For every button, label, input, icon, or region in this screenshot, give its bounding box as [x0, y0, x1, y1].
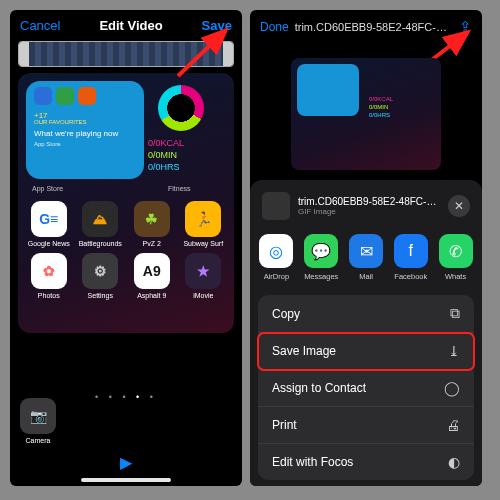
share-label: Mail — [359, 272, 373, 281]
action-print[interactable]: Print🖨 — [258, 407, 474, 444]
share-icon: 💬 — [304, 234, 338, 268]
app-label: Subway Surf — [183, 240, 223, 247]
share-icon: ✉ — [349, 234, 383, 268]
preview-widget — [297, 64, 359, 116]
widget-line: What we're playing now — [34, 129, 136, 139]
app-label: Settings — [88, 292, 113, 299]
action-icon: ⧉ — [450, 305, 460, 322]
fitness-stats: 0/0KCAL 0/0MIN 0/0HRS — [148, 137, 184, 173]
app-label: iMovie — [193, 292, 213, 299]
play-button[interactable]: ▶ — [10, 453, 242, 472]
done-button[interactable]: Done — [260, 20, 289, 34]
share-mail[interactable]: ✉Mail — [349, 234, 383, 281]
widget-badge: +17 — [34, 111, 48, 121]
save-button[interactable]: Save — [202, 18, 232, 33]
share-whats[interactable]: ✆Whats — [439, 234, 473, 281]
app-icon: ✿ — [31, 253, 67, 289]
app-battlegrounds[interactable]: ⛰Battlegrounds — [78, 201, 124, 247]
app-icon: A9 — [134, 253, 170, 289]
app-label: Photos — [38, 292, 60, 299]
appstore-widget: +17 OUR FAVOURITES What we're playing no… — [26, 81, 144, 179]
app-label: PvZ 2 — [143, 240, 161, 247]
action-edit-with-focos[interactable]: Edit with Focos◐ — [258, 444, 474, 480]
nav-title: Edit Video — [99, 18, 162, 33]
share-icon[interactable]: ⇪ — [459, 18, 472, 36]
action-label: Edit with Focos — [272, 455, 353, 469]
share-label: Facebook — [394, 272, 427, 281]
file-name: trim.CD60EBB9-58E2-48FC-8552-7… — [298, 196, 440, 207]
app-icon: G≡ — [31, 201, 67, 237]
share-sheet: trim.CD60EBB9-58E2-48FC-8552-7… GIF Imag… — [250, 180, 482, 486]
share-label: Messages — [304, 272, 338, 281]
phone-share-sheet: Done trim.CD60EBB9-58E2-48FC-855… ⇪ 0/0K… — [250, 10, 482, 486]
action-label: Assign to Contact — [272, 381, 366, 395]
trim-filmstrip[interactable] — [29, 42, 223, 66]
file-header: trim.CD60EBB9-58E2-48FC-8552-7… GIF Imag… — [250, 188, 482, 230]
app-icon: 🏃 — [185, 201, 221, 237]
action-icon: 🖨 — [446, 417, 460, 433]
widget-sub: App Store — [34, 141, 136, 149]
action-label: Save Image — [272, 344, 336, 358]
app-icon: ☘ — [134, 201, 170, 237]
app-label: Google News — [28, 240, 70, 247]
nav-bar: Cancel Edit Video Save — [10, 10, 242, 37]
file-thumb — [262, 192, 290, 220]
trim-handle-left[interactable] — [19, 42, 29, 66]
action-assign-to-contact[interactable]: Assign to Contact◯ — [258, 370, 474, 407]
action-icon: ◐ — [448, 454, 460, 470]
widget-heading: OUR FAVOURITES — [34, 119, 136, 127]
share-airdrop[interactable]: ◎AirDrop — [259, 234, 293, 281]
share-facebook[interactable]: fFacebook — [394, 234, 428, 281]
app-icon: ⛰ — [82, 201, 118, 237]
video-preview-homescreen: +17 OUR FAVOURITES What we're playing no… — [18, 73, 234, 333]
app-imovie[interactable]: ★iMovie — [181, 253, 227, 299]
app-camera[interactable]: 📷Camera — [20, 398, 56, 444]
nav-bar: Done trim.CD60EBB9-58E2-48FC-855… ⇪ — [250, 10, 482, 40]
widget-label-fitness: Fitness — [168, 185, 191, 192]
trim-handle-right[interactable] — [223, 42, 233, 66]
app-label: Asphalt 9 — [137, 292, 166, 299]
gif-preview: 0/0KCAL 0/0MIN 0/0HRS — [291, 58, 441, 170]
file-type: GIF Image — [298, 207, 440, 216]
share-targets: ◎AirDrop💬Messages✉MailfFacebook✆Whats — [250, 230, 482, 291]
app-google-news[interactable]: G≡Google News — [26, 201, 72, 247]
action-icon: ◯ — [444, 380, 460, 396]
share-icon: f — [394, 234, 428, 268]
action-label: Copy — [272, 307, 300, 321]
cancel-button[interactable]: Cancel — [20, 18, 60, 33]
share-messages[interactable]: 💬Messages — [304, 234, 338, 281]
share-icon: ✆ — [439, 234, 473, 268]
app-settings[interactable]: ⚙Settings — [78, 253, 124, 299]
app-subway-surf[interactable]: 🏃Subway Surf — [181, 201, 227, 247]
preview-stats: 0/0KCAL 0/0MIN 0/0HRS — [369, 96, 393, 119]
widget-label-appstore: App Store — [32, 185, 63, 192]
app-icon: ⚙ — [82, 253, 118, 289]
home-indicator — [81, 478, 171, 482]
action-icon: ⤓ — [448, 343, 460, 359]
share-label: AirDrop — [264, 272, 289, 281]
app-icon: ★ — [185, 253, 221, 289]
app-pvz-2[interactable]: ☘PvZ 2 — [129, 201, 175, 247]
dock: 📷Camera — [20, 398, 56, 444]
action-list: Copy⧉Save Image⤓Assign to Contact◯Print🖨… — [258, 295, 474, 480]
share-label: Whats — [445, 272, 466, 281]
close-button[interactable]: ✕ — [448, 195, 470, 217]
app-label: Camera — [26, 437, 51, 444]
app-asphalt-9[interactable]: A9Asphalt 9 — [129, 253, 175, 299]
fitness-rings-icon — [158, 85, 204, 131]
app-photos[interactable]: ✿Photos — [26, 253, 72, 299]
share-icon: ◎ — [259, 234, 293, 268]
action-save-image[interactable]: Save Image⤓ — [258, 333, 474, 370]
video-trim-bar[interactable] — [18, 41, 234, 67]
action-copy[interactable]: Copy⧉ — [258, 295, 474, 333]
app-label: Battlegrounds — [79, 240, 122, 247]
app-icon: 📷 — [20, 398, 56, 434]
app-grid: G≡Google News⛰Battlegrounds☘PvZ 2🏃Subway… — [26, 201, 226, 299]
phone-edit-video: Cancel Edit Video Save +17 OUR FAVOURITE… — [10, 10, 242, 486]
action-label: Print — [272, 418, 297, 432]
nav-filename: trim.CD60EBB9-58E2-48FC-855… — [295, 21, 453, 33]
